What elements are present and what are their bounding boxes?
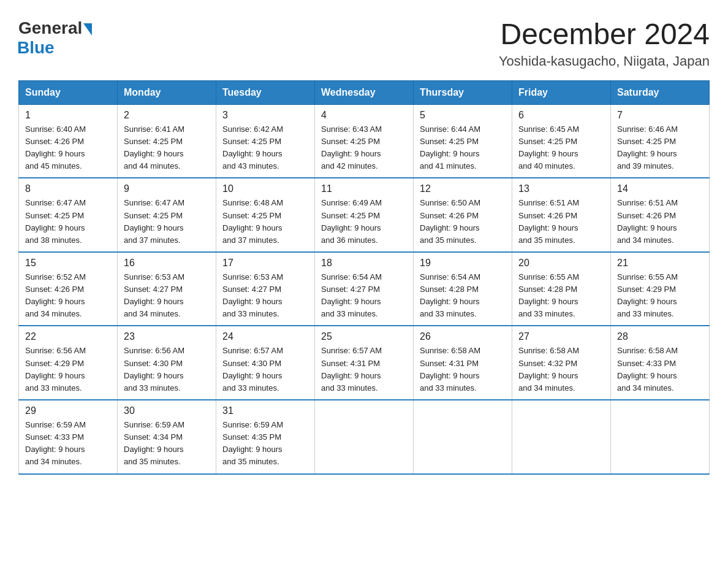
- day-number: 5: [420, 110, 506, 121]
- sunset-label: Sunset:: [420, 137, 447, 146]
- calendar-cell: [315, 400, 414, 474]
- sunset-label: Sunset:: [124, 432, 151, 442]
- daylight-label: Daylight:: [518, 223, 550, 232]
- calendar-week-3: 15 Sunrise: 6:52 AM Sunset: 4:26 PM Dayl…: [19, 252, 710, 326]
- sunset-label: Sunset:: [518, 137, 545, 146]
- day-number: 8: [25, 183, 111, 194]
- sunrise-label: Sunrise:: [321, 124, 351, 134]
- calendar-cell: 11 Sunrise: 6:49 AM Sunset: 4:25 PM Dayl…: [315, 178, 414, 252]
- sunrise-label: Sunrise:: [25, 420, 55, 429]
- sunset-label: Sunset:: [124, 137, 151, 146]
- calendar-cell: 7 Sunrise: 6:46 AM Sunset: 4:25 PM Dayli…: [611, 104, 710, 178]
- sunrise-label: Sunrise:: [25, 198, 55, 207]
- sunrise-label: Sunrise:: [124, 272, 153, 282]
- calendar-cell: [611, 400, 710, 474]
- header-sunday: Sunday: [19, 80, 118, 104]
- sunrise-label: Sunrise:: [617, 124, 646, 134]
- sunset-label: Sunset:: [222, 137, 249, 146]
- daylight-label: Daylight:: [25, 223, 56, 232]
- calendar-cell: 12 Sunrise: 6:50 AM Sunset: 4:26 PM Dayl…: [414, 178, 512, 252]
- calendar-week-1: 1 Sunrise: 6:40 AM Sunset: 4:26 PM Dayli…: [19, 104, 710, 178]
- day-info: Sunrise: 6:56 AM Sunset: 4:30 PM Dayligh…: [124, 345, 210, 394]
- sunset-label: Sunset:: [617, 285, 644, 294]
- day-info: Sunrise: 6:53 AM Sunset: 4:27 PM Dayligh…: [222, 271, 308, 321]
- sunset-label: Sunset:: [518, 359, 545, 368]
- daylight-label: Daylight:: [124, 371, 155, 380]
- calendar-cell: [414, 400, 512, 474]
- day-info: Sunrise: 6:47 AM Sunset: 4:25 PM Dayligh…: [124, 197, 210, 247]
- daylight-label: Daylight:: [222, 297, 254, 306]
- calendar-cell: 26 Sunrise: 6:58 AM Sunset: 4:31 PM Dayl…: [414, 326, 512, 400]
- daylight-label: Daylight:: [617, 297, 648, 306]
- sunrise-label: Sunrise:: [321, 346, 351, 355]
- sunrise-label: Sunrise:: [25, 272, 55, 282]
- calendar-cell: 15 Sunrise: 6:52 AM Sunset: 4:26 PM Dayl…: [19, 252, 118, 326]
- sunrise-label: Sunrise:: [420, 272, 449, 282]
- sunrise-label: Sunrise:: [420, 346, 449, 355]
- sunset-label: Sunset:: [222, 285, 249, 294]
- day-info: Sunrise: 6:42 AM Sunset: 4:25 PM Dayligh…: [222, 123, 308, 173]
- day-info: Sunrise: 6:50 AM Sunset: 4:26 PM Dayligh…: [420, 197, 506, 247]
- day-info: Sunrise: 6:59 AM Sunset: 4:34 PM Dayligh…: [124, 419, 210, 469]
- sunset-label: Sunset:: [124, 359, 151, 368]
- day-number: 23: [124, 331, 210, 342]
- day-number: 13: [518, 183, 604, 194]
- sunset-label: Sunset:: [518, 211, 545, 220]
- day-info: Sunrise: 6:58 AM Sunset: 4:32 PM Dayligh…: [518, 345, 604, 394]
- day-number: 18: [321, 258, 407, 269]
- sunset-label: Sunset:: [420, 359, 447, 368]
- sunset-label: Sunset:: [321, 137, 348, 146]
- sunset-label: Sunset:: [222, 432, 249, 442]
- daylight-label: Daylight:: [321, 223, 352, 232]
- day-number: 20: [518, 258, 604, 269]
- logo-blue-text: Blue: [17, 38, 55, 57]
- calendar-cell: 14 Sunrise: 6:51 AM Sunset: 4:26 PM Dayl…: [611, 178, 710, 252]
- sunrise-label: Sunrise:: [222, 346, 252, 355]
- day-info: Sunrise: 6:59 AM Sunset: 4:35 PM Dayligh…: [222, 419, 308, 469]
- day-number: 30: [124, 405, 210, 416]
- header-friday: Friday: [512, 80, 611, 104]
- calendar-cell: 5 Sunrise: 6:44 AM Sunset: 4:25 PM Dayli…: [414, 104, 512, 178]
- calendar-cell: 28 Sunrise: 6:58 AM Sunset: 4:33 PM Dayl…: [611, 326, 710, 400]
- sunrise-label: Sunrise:: [518, 346, 548, 355]
- header-monday: Monday: [118, 80, 216, 104]
- sunrise-label: Sunrise:: [222, 124, 252, 134]
- daylight-label: Daylight:: [222, 223, 254, 232]
- day-info: Sunrise: 6:46 AM Sunset: 4:25 PM Dayligh…: [617, 123, 703, 173]
- day-number: 25: [321, 331, 407, 342]
- sunrise-label: Sunrise:: [321, 198, 351, 207]
- day-info: Sunrise: 6:45 AM Sunset: 4:25 PM Dayligh…: [518, 123, 604, 173]
- day-info: Sunrise: 6:54 AM Sunset: 4:27 PM Dayligh…: [321, 271, 407, 321]
- day-info: Sunrise: 6:43 AM Sunset: 4:25 PM Dayligh…: [321, 123, 407, 173]
- sunset-label: Sunset:: [25, 211, 52, 220]
- day-info: Sunrise: 6:52 AM Sunset: 4:26 PM Dayligh…: [25, 271, 111, 321]
- header-tuesday: Tuesday: [216, 80, 315, 104]
- sunset-label: Sunset:: [25, 137, 52, 146]
- day-info: Sunrise: 6:51 AM Sunset: 4:26 PM Dayligh…: [518, 197, 604, 247]
- daylight-label: Daylight:: [617, 149, 648, 158]
- sunrise-label: Sunrise:: [222, 198, 252, 207]
- sunset-label: Sunset:: [617, 137, 644, 146]
- calendar-week-5: 29 Sunrise: 6:59 AM Sunset: 4:33 PM Dayl…: [19, 400, 710, 474]
- day-info: Sunrise: 6:53 AM Sunset: 4:27 PM Dayligh…: [124, 271, 210, 321]
- day-info: Sunrise: 6:49 AM Sunset: 4:25 PM Dayligh…: [321, 197, 407, 247]
- day-number: 17: [222, 258, 308, 269]
- calendar-cell: 30 Sunrise: 6:59 AM Sunset: 4:34 PM Dayl…: [118, 400, 216, 474]
- day-number: 27: [518, 331, 604, 342]
- sunrise-label: Sunrise:: [518, 272, 548, 282]
- daylight-label: Daylight:: [124, 223, 155, 232]
- calendar-subtitle: Yoshida-kasugacho, Niigata, Japan: [499, 53, 710, 69]
- day-number: 31: [222, 405, 308, 416]
- sunrise-label: Sunrise:: [518, 124, 548, 134]
- logo-arrow-icon: [83, 23, 92, 36]
- header-row: Sunday Monday Tuesday Wednesday Thursday…: [19, 80, 710, 104]
- daylight-label: Daylight:: [222, 149, 254, 158]
- day-info: Sunrise: 6:55 AM Sunset: 4:28 PM Dayligh…: [518, 271, 604, 321]
- day-number: 28: [617, 331, 703, 342]
- day-info: Sunrise: 6:56 AM Sunset: 4:29 PM Dayligh…: [25, 345, 111, 394]
- header-wednesday: Wednesday: [315, 80, 414, 104]
- sunrise-label: Sunrise:: [420, 198, 449, 207]
- daylight-label: Daylight:: [518, 371, 550, 380]
- day-number: 1: [25, 110, 111, 121]
- day-number: 29: [25, 405, 111, 416]
